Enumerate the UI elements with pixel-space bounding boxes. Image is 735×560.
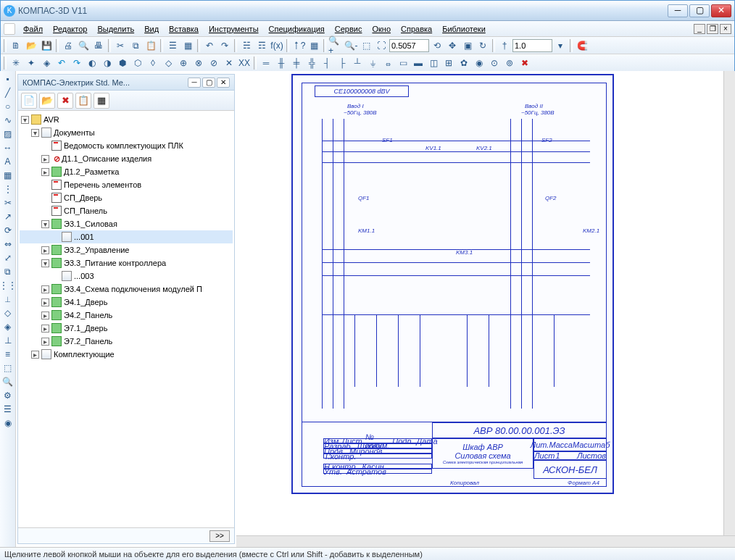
tree-item[interactable]: ▸Э3.2_Управление bbox=[20, 243, 233, 256]
zoom-all-button[interactable]: ▣ bbox=[460, 38, 475, 53]
tree-item[interactable]: ...003 bbox=[20, 269, 233, 283]
tree-item[interactable]: ▸Э3.4_Схема подключения модулей П bbox=[20, 283, 233, 296]
tree-item[interactable]: ▸Д1.2_Разметка bbox=[20, 165, 233, 178]
vt-snap1[interactable]: ◇ bbox=[1, 306, 14, 319]
etool-21[interactable]: ┴ bbox=[350, 56, 365, 70]
menu-tools[interactable]: Инструменты bbox=[204, 23, 264, 35]
mdi-close-button[interactable]: × bbox=[720, 24, 731, 34]
zoom-in-button[interactable]: 🔍+ bbox=[328, 38, 343, 53]
etool-1[interactable]: ✳ bbox=[9, 56, 23, 70]
etool-redo[interactable]: ↷ bbox=[70, 56, 84, 70]
vt-mgr[interactable]: ☰ bbox=[1, 403, 14, 416]
zoom-fit-button[interactable]: ⛶ bbox=[374, 38, 389, 53]
etool-14[interactable]: XX bbox=[237, 56, 252, 70]
panel-close-button[interactable]: ✕ bbox=[217, 78, 230, 88]
vt-trim[interactable]: ✂ bbox=[1, 196, 14, 209]
panel-prop-button[interactable]: ▦ bbox=[94, 93, 109, 109]
etool-23[interactable]: ⏛ bbox=[381, 56, 395, 70]
pan-button[interactable]: ✥ bbox=[445, 38, 460, 53]
menu-view[interactable]: Вид bbox=[139, 23, 164, 35]
properties-button[interactable]: ☰ bbox=[165, 38, 180, 53]
help-cursor-button[interactable]: ⭡? bbox=[291, 38, 306, 53]
drawing-canvas[interactable]: CE100000008 dBV Ввод I ~50Гц, 380В Ввод … bbox=[236, 71, 735, 547]
tree-root[interactable]: ▾ AVR bbox=[20, 113, 233, 126]
etool-20[interactable]: ├ bbox=[335, 56, 349, 70]
minimize-button[interactable]: ─ bbox=[668, 4, 688, 17]
spec-button[interactable]: ☵ bbox=[239, 38, 254, 53]
menu-service[interactable]: Сервис bbox=[330, 23, 368, 35]
tree-item[interactable]: ▸Э4.2_Панель bbox=[20, 309, 233, 322]
zoom-prev-button[interactable]: ⟲ bbox=[430, 38, 444, 53]
etool-9[interactable]: ◇ bbox=[161, 56, 175, 70]
etool-8[interactable]: ◊ bbox=[146, 56, 160, 70]
vt-more1[interactable]: ⋮ bbox=[1, 183, 14, 196]
vt-table[interactable]: ▦ bbox=[1, 169, 14, 182]
tree-item[interactable]: Ведомость комплектующих ПЛК bbox=[20, 139, 233, 152]
vt-prop[interactable]: ⚙ bbox=[1, 389, 14, 402]
vt-zoom[interactable]: 🔍 bbox=[1, 375, 14, 388]
etool-2[interactable]: ✦ bbox=[24, 56, 38, 70]
vertical-scrollbar[interactable] bbox=[723, 71, 735, 535]
etool-26[interactable]: ◫ bbox=[426, 56, 441, 70]
tree-item[interactable]: Перечень элементов bbox=[20, 178, 233, 191]
cut-button[interactable]: ✂ bbox=[113, 38, 128, 53]
panel-maximize-button[interactable]: ▢ bbox=[202, 78, 215, 88]
vt-mirror[interactable]: ⇔ bbox=[1, 238, 14, 251]
menu-editor[interactable]: Редактор bbox=[48, 23, 92, 35]
redo-button[interactable]: ↷ bbox=[217, 38, 232, 53]
tree-item[interactable]: ▾Э3.1_Силовая bbox=[20, 217, 233, 230]
etool-32[interactable]: ✖ bbox=[518, 56, 532, 70]
plotter-button[interactable]: 🖶 bbox=[91, 38, 106, 53]
step-dropdown[interactable]: ▾ bbox=[553, 38, 568, 53]
panel-add-button[interactable]: 📋 bbox=[75, 93, 91, 109]
vt-snap2[interactable]: ◈ bbox=[1, 320, 14, 333]
etool-16[interactable]: ╫ bbox=[274, 56, 288, 70]
etool-11[interactable]: ⊗ bbox=[191, 56, 206, 70]
etool-10[interactable]: ⊕ bbox=[176, 56, 191, 70]
copy-button[interactable]: ⧉ bbox=[128, 38, 143, 53]
vt-move[interactable]: ↗ bbox=[1, 210, 14, 223]
vt-array[interactable]: ⋮⋮ bbox=[1, 279, 14, 292]
etool-27[interactable]: ⊞ bbox=[441, 56, 456, 70]
etool-6[interactable]: ⬢ bbox=[115, 56, 130, 70]
vt-end[interactable]: ◉ bbox=[1, 417, 14, 430]
close-button[interactable]: ✕ bbox=[711, 4, 731, 17]
panel-open-button[interactable]: 📂 bbox=[39, 93, 55, 109]
menu-help[interactable]: Справка bbox=[396, 23, 437, 35]
vt-hatch[interactable]: ▨ bbox=[1, 128, 14, 141]
etool-15[interactable]: ═ bbox=[259, 56, 273, 70]
etool-7[interactable]: ⬡ bbox=[130, 56, 145, 70]
mdi-restore-button[interactable]: ❐ bbox=[707, 24, 718, 34]
etool-17[interactable]: ╪ bbox=[289, 56, 304, 70]
new-button[interactable]: 🗎 bbox=[9, 38, 23, 53]
tree-item[interactable]: ▸Э4.1_Дверь bbox=[20, 296, 233, 309]
paste-button[interactable]: 📋 bbox=[144, 38, 158, 53]
zoom-out-button[interactable]: 🔍- bbox=[344, 38, 358, 53]
open-button[interactable]: 📂 bbox=[24, 38, 38, 53]
preview-button[interactable]: 🔍 bbox=[76, 38, 91, 53]
panel-minimize-button[interactable]: ─ bbox=[188, 78, 201, 88]
tree-item[interactable]: ▸Э7.2_Панель bbox=[20, 335, 233, 348]
tree-item[interactable]: СП_Панель bbox=[20, 204, 233, 217]
magnet-button[interactable]: 🧲 bbox=[575, 38, 589, 53]
fx-button[interactable]: f(x) bbox=[270, 38, 284, 53]
etool-18[interactable]: ╬ bbox=[304, 56, 319, 70]
etool-31[interactable]: ⊚ bbox=[502, 56, 517, 70]
etool-19[interactable]: ┤ bbox=[320, 56, 334, 70]
layers-button[interactable]: ▦ bbox=[180, 38, 195, 53]
step-input[interactable] bbox=[512, 39, 552, 52]
etool-5[interactable]: ◑ bbox=[100, 56, 115, 70]
menu-spec[interactable]: Спецификация bbox=[264, 23, 330, 35]
project-tree[interactable]: ▾ AVR ▾ Документы Ведомость комплектующи… bbox=[18, 111, 234, 527]
tree-docs[interactable]: ▾ Документы bbox=[20, 126, 233, 139]
tree-item[interactable]: ▾Э3.3_Питание контроллера bbox=[20, 256, 233, 269]
etool-29[interactable]: ◉ bbox=[472, 56, 486, 70]
redraw-button[interactable]: ↻ bbox=[476, 38, 490, 53]
vt-line[interactable]: ╱ bbox=[1, 86, 14, 99]
mdi-minimize-button[interactable]: _ bbox=[694, 24, 705, 34]
vt-curve[interactable]: ∿ bbox=[1, 114, 14, 127]
zoom-window-button[interactable]: ⬚ bbox=[359, 38, 373, 53]
tree-item[interactable]: СП_Дверь bbox=[20, 191, 233, 204]
etool-12[interactable]: ⊘ bbox=[207, 56, 221, 70]
grid-button[interactable]: ▦ bbox=[307, 38, 321, 53]
